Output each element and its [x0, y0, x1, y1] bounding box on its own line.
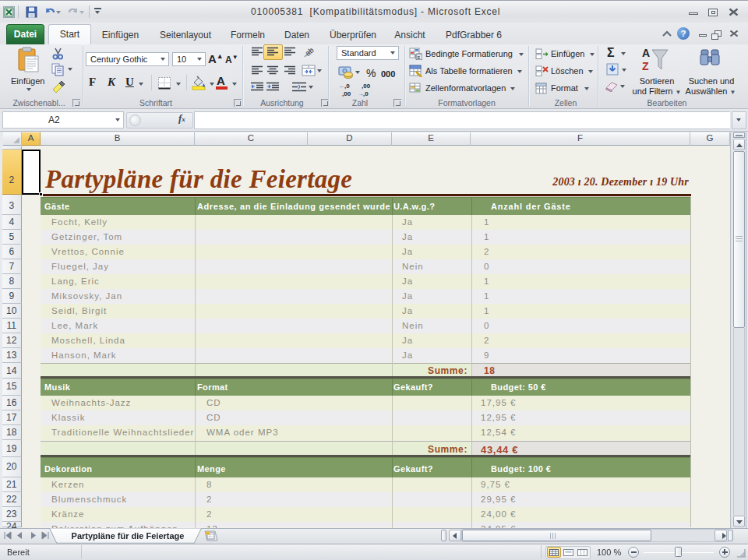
svg-text:,0: ,0: [363, 90, 369, 97]
svg-text:A: A: [642, 47, 650, 59]
svg-text:s: s: [418, 55, 421, 60]
svg-text:,00: ,00: [342, 90, 351, 97]
svg-text:,00: ,00: [362, 83, 371, 90]
svg-text:Z: Z: [642, 60, 649, 72]
svg-text:,0: ,0: [344, 83, 350, 90]
